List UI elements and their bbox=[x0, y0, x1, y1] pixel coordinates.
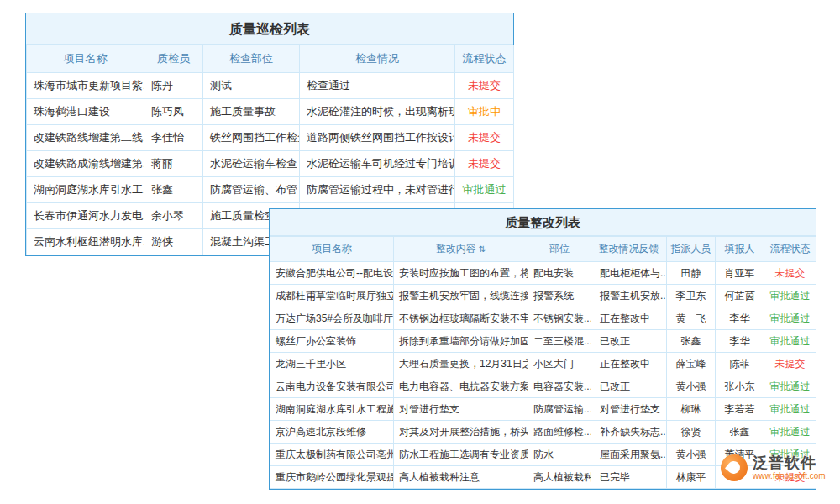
cell-reporter: 李若若 bbox=[716, 398, 764, 421]
table-row: 珠海鹤港口建设陈巧凤施工质量事故水泥砼灌注的时候，出现离析现象审批中 bbox=[27, 99, 514, 125]
cell-assignee: 李卫东 bbox=[667, 285, 716, 307]
column-header-status: 流程状态 bbox=[764, 237, 816, 262]
table-row: 珠海市城市更新项目紫...陈丹测试检查通过未提交 bbox=[27, 73, 514, 99]
cell-project[interactable]: 螺丝厂办公室装饰 bbox=[270, 330, 394, 353]
column-label: 流程状态 bbox=[770, 243, 811, 255]
cell-feedback: 报警主机安放... bbox=[591, 285, 667, 307]
cell-project[interactable]: 改建铁路线增建第二线... bbox=[27, 125, 144, 151]
cell-content: 大理石质量更换，12月31日之... bbox=[394, 353, 528, 375]
cell-part: 小区大门 bbox=[528, 353, 591, 375]
cell-status: 审批通过 bbox=[764, 375, 816, 398]
column-header-part: 部位 bbox=[528, 237, 591, 262]
column-label: 整改情况反馈 bbox=[599, 243, 659, 255]
table-row: 改建铁路成渝线增建第...蒋丽水泥砼运输车检查水泥砼运输车司机经过专门培训...… bbox=[27, 151, 514, 177]
cell-inspector: 陈丹 bbox=[144, 73, 203, 99]
cell-situation: 水泥砼灌注的时候，出现离析现象 bbox=[300, 99, 455, 125]
cell-feedback: 已完毕 bbox=[591, 466, 667, 489]
cell-feedback: 正在整改中 bbox=[591, 353, 667, 375]
cell-project[interactable]: 云南水利枢纽潜明水库... bbox=[27, 229, 144, 255]
cell-part: 铁丝网围挡工作检查 bbox=[203, 125, 300, 151]
cell-assignee: 林康平 bbox=[667, 466, 716, 489]
cell-part: 防腐管运输... bbox=[528, 398, 591, 421]
cell-assignee: 张鑫 bbox=[667, 330, 716, 353]
table-row: 湖南洞庭湖水库引水工...张鑫防腐管运输、布管防腐管运输过程中，未对管进行...… bbox=[27, 177, 514, 203]
cell-situation: 检查通过 bbox=[300, 73, 455, 99]
cell-assignee: 黄小强 bbox=[667, 444, 716, 466]
cell-status: 审批通过 bbox=[764, 330, 816, 353]
cell-status: 审批通过 bbox=[764, 285, 816, 307]
table-row: 螺丝厂办公室装饰拆除到承重墙部分请做好加固...二至三楼混...已改正张鑫李华审… bbox=[270, 330, 816, 353]
cell-project[interactable]: 湖南洞庭湖水库引水工程施工W... bbox=[270, 398, 394, 421]
table-row: 湖南洞庭湖水库引水工程施工W...对管进行垫支防腐管运输...对管进行垫支柳琳李… bbox=[270, 398, 816, 421]
column-header-reporter: 填报人 bbox=[716, 237, 764, 262]
cell-project[interactable]: 龙湖三千里小区 bbox=[270, 353, 394, 375]
cell-content: 不锈钢边框玻璃隔断安装不牢... bbox=[394, 307, 528, 330]
column-label: 流程状态 bbox=[463, 52, 507, 65]
cell-assignee: 黄小强 bbox=[667, 375, 716, 398]
cell-part: 路面维修检... bbox=[528, 421, 591, 444]
cell-project[interactable]: 珠海市城市更新项目紫... bbox=[27, 73, 144, 99]
cell-reporter: 张小东 bbox=[716, 375, 764, 398]
cell-reporter: 李华 bbox=[716, 307, 764, 330]
column-label: 填报人 bbox=[725, 243, 755, 255]
cell-feedback: 补齐缺失标志... bbox=[591, 421, 667, 444]
column-label: 项目名称 bbox=[64, 52, 108, 65]
cell-project[interactable]: 重庆太极制药有限公司亳州中... bbox=[270, 444, 394, 466]
cell-inspector: 蒋丽 bbox=[144, 151, 203, 177]
cell-project[interactable]: 改建铁路成渝线增建第... bbox=[27, 151, 144, 177]
column-header-part: 检查部位 bbox=[203, 45, 300, 73]
cell-project[interactable]: 万达广场35#会所及咖啡厅空... bbox=[270, 307, 394, 330]
fanpu-logo-text: 泛普软件 www.fanpusoft.com bbox=[753, 455, 826, 481]
cell-feedback: 已改正 bbox=[591, 375, 667, 398]
cell-reporter: 陈菲 bbox=[716, 353, 764, 375]
column-label: 检查情况 bbox=[355, 52, 399, 65]
cell-part: 水泥砼运输车检查 bbox=[203, 151, 300, 177]
cell-status: 未提交 bbox=[455, 151, 514, 177]
table-row: 云南电力设备安装有限公司20...电力电容器、电抗器安装方案...电容器安装..… bbox=[270, 375, 816, 398]
logo-website-url: www.fanpusoft.com bbox=[753, 471, 826, 480]
cell-feedback: 已改正 bbox=[591, 330, 667, 353]
column-header-content[interactable]: 整改内容⇅ bbox=[394, 237, 528, 262]
cell-content: 报警主机安放牢固，线缆连接... bbox=[394, 285, 528, 307]
cell-assignee: 薛宝峰 bbox=[667, 353, 716, 375]
column-header-project: 项目名称 bbox=[27, 45, 144, 73]
cell-part: 测试 bbox=[203, 73, 300, 99]
cell-project[interactable]: 重庆市鹅岭公园绿化景观提升... bbox=[270, 466, 394, 489]
column-label: 指派人员 bbox=[671, 243, 711, 255]
cell-status: 审批通过 bbox=[764, 398, 816, 421]
cell-content: 防水工程施工选调有专业资质... bbox=[394, 444, 528, 466]
table-row: 安徽合肥供电公司--配电设备...安装时应按施工图的布置，将...配电安装配电柜… bbox=[270, 262, 816, 285]
cell-assignee: 黄一飞 bbox=[667, 307, 716, 330]
cell-reporter: 李华 bbox=[716, 330, 764, 353]
quality-rectification-table: 项目名称整改内容⇅部位整改情况反馈指派人员填报人流程状态安徽合肥供电公司--配电… bbox=[270, 236, 816, 489]
column-header-project: 项目名称 bbox=[270, 237, 394, 262]
cell-assignee: 田静 bbox=[667, 262, 716, 285]
cell-project[interactable]: 安徽合肥供电公司--配电设备... bbox=[270, 262, 394, 285]
fanpu-logo-icon bbox=[721, 454, 748, 481]
cell-project[interactable]: 京沪高速北京段维修 bbox=[270, 421, 394, 444]
column-header-status: 流程状态 bbox=[455, 45, 514, 73]
cell-status: 未提交 bbox=[455, 125, 514, 151]
cell-inspector: 李佳怡 bbox=[144, 125, 203, 151]
cell-part: 不锈钢安装... bbox=[528, 307, 591, 330]
cell-part: 配电安装 bbox=[528, 262, 591, 285]
cell-part: 防腐管运输、布管 bbox=[203, 177, 300, 203]
logo-brand-name: 泛普软件 bbox=[753, 455, 826, 472]
cell-feedback: 对管进行垫支 bbox=[591, 398, 667, 421]
cell-project[interactable]: 湖南洞庭湖水库引水工... bbox=[27, 177, 144, 203]
cell-content: 安装时应按施工图的布置，将... bbox=[394, 262, 528, 285]
column-label: 整改内容 bbox=[436, 243, 476, 255]
cell-project[interactable]: 长春市伊通河水力发电... bbox=[27, 203, 144, 229]
cell-project[interactable]: 珠海鹤港口建设 bbox=[27, 99, 144, 125]
quality-rectification-panel: 质量整改列表 项目名称整改内容⇅部位整改情况反馈指派人员填报人流程状态安徽合肥供… bbox=[269, 208, 816, 490]
column-header-inspector: 质检员 bbox=[144, 45, 203, 73]
header-row: 项目名称整改内容⇅部位整改情况反馈指派人员填报人流程状态 bbox=[270, 237, 816, 262]
cell-situation: 道路两侧铁丝网围挡工作按设计... bbox=[300, 125, 455, 151]
cell-project[interactable]: 云南电力设备安装有限公司20... bbox=[270, 375, 394, 398]
sort-icon[interactable]: ⇅ bbox=[479, 244, 486, 254]
cell-part: 防水 bbox=[528, 444, 591, 466]
cell-part: 二至三楼混... bbox=[528, 330, 591, 353]
cell-content: 对其及对开展整治措施，桥头... bbox=[394, 421, 528, 444]
cell-situation: 防腐管运输过程中，未对管进行... bbox=[300, 177, 455, 203]
cell-project[interactable]: 成都杜甫草堂临时展厅独立展... bbox=[270, 285, 394, 307]
